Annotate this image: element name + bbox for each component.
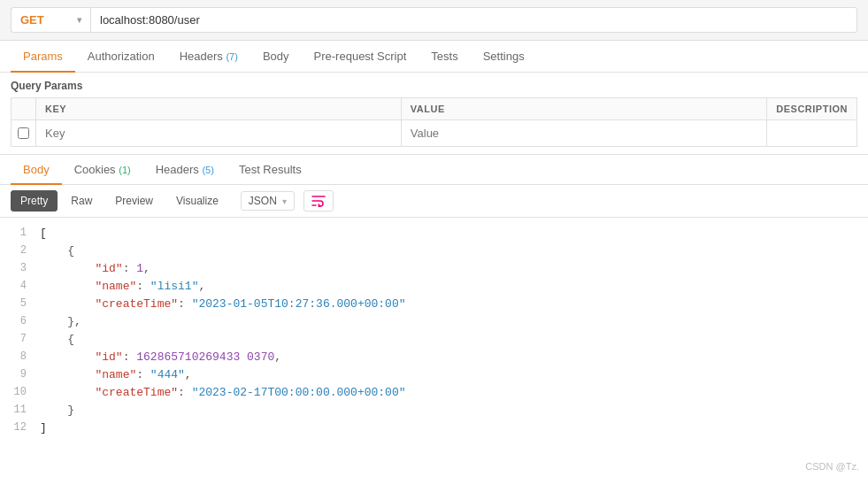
code-line: 5 "createTime": "2023-01-05T10:27:36.000…	[0, 297, 868, 315]
line-content: }	[40, 404, 868, 417]
query-params-section: Query Params KEY VALUE DESCRIPTION	[0, 73, 868, 147]
line-content: "id": 162865710269433 0370,	[40, 350, 868, 364]
str-token: "444"	[150, 368, 185, 381]
method-chevron: ▾	[77, 15, 81, 25]
json-chevron-icon: ▾	[282, 196, 287, 206]
line-content: "createTime": "2023-02-17T00:00:00.000+0…	[40, 386, 868, 399]
key-input[interactable]	[36, 120, 401, 146]
tab-settings[interactable]: Settings	[471, 41, 537, 73]
key-token: "id"	[95, 350, 122, 364]
code-line: 12]	[0, 421, 868, 439]
method-label: GET	[20, 13, 44, 27]
json-select[interactable]: JSON ▾	[241, 191, 295, 211]
line-number: 7	[0, 333, 40, 345]
line-content: {	[40, 244, 868, 258]
key-token: "name"	[95, 280, 136, 293]
value-input[interactable]	[402, 120, 767, 146]
punct-token: :	[123, 262, 137, 275]
desc-input[interactable]	[767, 120, 856, 146]
params-table: KEY VALUE DESCRIPTION	[11, 97, 857, 147]
key-token: "createTime"	[95, 386, 178, 399]
code-viewer: 1[2 {3 "id": 1,4 "name": "lisi1",5 "crea…	[0, 218, 868, 448]
line-number: 3	[0, 262, 40, 274]
method-select[interactable]: GET ▾	[11, 7, 90, 33]
response-headers-badge: (5)	[202, 165, 213, 175]
line-number: 4	[0, 280, 40, 292]
num-token: 1	[136, 262, 143, 275]
code-line: 2 {	[0, 244, 868, 262]
tab-authorization[interactable]: Authorization	[75, 41, 167, 73]
punct-token: ,	[185, 368, 192, 381]
indent-token	[40, 280, 95, 293]
response-tab-cookies[interactable]: Cookies (1)	[62, 155, 143, 185]
tab-headers[interactable]: Headers (7)	[167, 41, 250, 73]
punct-token: {	[40, 244, 74, 258]
line-number: 1	[0, 227, 40, 239]
tab-params[interactable]: Params	[11, 41, 75, 73]
key-cell	[36, 120, 402, 147]
format-tab-visualize[interactable]: Visualize	[166, 190, 228, 212]
table-row	[12, 120, 857, 147]
punct-token: {	[40, 333, 74, 346]
punct-token: ,	[274, 350, 281, 364]
desc-cell	[767, 120, 857, 147]
tab-body[interactable]: Body	[250, 41, 302, 73]
response-tab-test-results[interactable]: Test Results	[227, 155, 314, 185]
punct-token: ,	[143, 262, 150, 275]
indent-token	[40, 350, 95, 364]
str-token: "lisi1"	[150, 280, 199, 293]
value-cell	[401, 120, 767, 147]
punct-token: :	[178, 297, 192, 311]
body-format-bar: Pretty Raw Preview Visualize JSON ▾	[0, 185, 868, 218]
request-tabs: Params Authorization Headers (7) Body Pr…	[0, 41, 868, 73]
line-content: },	[40, 315, 868, 328]
bracket-token: ]	[40, 421, 47, 435]
str-token: "2023-01-05T10:27:36.000+00:00"	[192, 297, 406, 311]
indent-token	[40, 297, 95, 311]
line-content: ]	[40, 421, 868, 435]
line-number: 6	[0, 315, 40, 327]
str-token: "2023-02-17T00:00:00.000+00:00"	[192, 386, 406, 399]
tab-pre-request-script[interactable]: Pre-request Script	[302, 41, 419, 73]
format-tab-raw[interactable]: Raw	[61, 190, 102, 212]
num-token: 162865710269433 0370	[136, 350, 274, 364]
line-number: 12	[0, 421, 40, 434]
code-line: 6 },	[0, 315, 868, 333]
line-number: 5	[0, 297, 40, 310]
col-key-header: KEY	[36, 98, 402, 120]
headers-badge: (7)	[226, 51, 237, 62]
key-token: "id"	[95, 262, 122, 275]
cookies-badge: (1)	[119, 165, 130, 175]
format-tab-pretty[interactable]: Pretty	[11, 190, 58, 212]
line-number: 10	[0, 386, 40, 398]
code-line: 9 "name": "444",	[0, 368, 868, 386]
line-content: "id": 1,	[40, 262, 868, 275]
punct-token: }	[40, 404, 74, 417]
format-tab-preview[interactable]: Preview	[105, 190, 163, 212]
code-line: 3 "id": 1,	[0, 262, 868, 280]
key-token: "createTime"	[95, 297, 178, 311]
line-content: {	[40, 333, 868, 346]
punct-token: :	[178, 386, 192, 399]
line-content: "createTime": "2023-01-05T10:27:36.000+0…	[40, 297, 868, 311]
response-tab-body[interactable]: Body	[11, 155, 62, 185]
code-line: 4 "name": "lisi1",	[0, 280, 868, 297]
col-value-header: VALUE	[401, 98, 767, 120]
wrap-button[interactable]	[303, 190, 334, 212]
line-number: 11	[0, 404, 40, 416]
col-desc-header: DESCRIPTION	[767, 98, 857, 120]
row-checkbox[interactable]	[18, 127, 29, 139]
indent-token	[40, 368, 95, 381]
response-tab-headers[interactable]: Headers (5)	[143, 155, 227, 185]
query-params-title: Query Params	[11, 80, 857, 92]
code-line: 8 "id": 162865710269433 0370,	[0, 350, 868, 368]
line-number: 8	[0, 350, 40, 363]
punct-token: :	[136, 280, 150, 293]
checkbox-cell	[12, 120, 36, 147]
url-input[interactable]	[90, 7, 857, 33]
bracket-token: [	[40, 227, 47, 240]
tab-tests[interactable]: Tests	[419, 41, 470, 73]
line-number: 9	[0, 368, 40, 381]
wrap-icon	[311, 195, 326, 207]
key-token: "name"	[95, 368, 136, 381]
